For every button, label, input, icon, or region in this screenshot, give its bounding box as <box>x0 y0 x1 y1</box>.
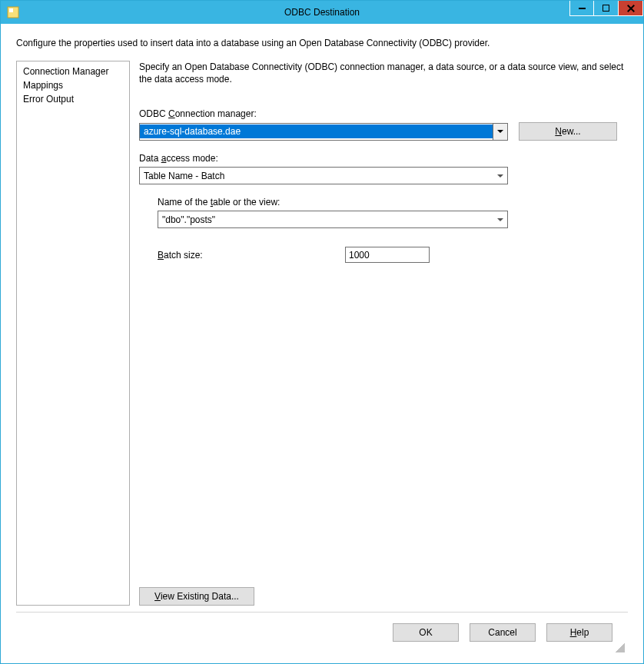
view-existing-data-row: View Existing Data... <box>139 579 628 606</box>
dialog-window: ODBC Destination Configure the propertie… <box>0 0 644 664</box>
chevron-down-icon <box>493 124 507 140</box>
connection-manager-value: azure-sql-database.dae <box>140 124 493 138</box>
cancel-button[interactable]: Cancel <box>470 623 536 642</box>
connection-manager-label: ODBC Connection manager: <box>139 108 628 119</box>
footer: OK Cancel Help <box>16 613 628 656</box>
maximize-icon <box>603 5 609 12</box>
batch-size-row: Batch size: <box>158 247 628 263</box>
titlebar: ODBC Destination <box>1 1 643 24</box>
close-icon <box>626 4 636 13</box>
batch-size-label: Batch size: <box>158 250 334 261</box>
view-existing-data-button[interactable]: View Existing Data... <box>139 587 254 606</box>
table-name-label: Name of the table or the view: <box>158 197 628 208</box>
dialog-content: Configure the properties used to insert … <box>1 24 643 663</box>
button-bar: OK Cancel Help <box>16 613 628 642</box>
window-controls <box>569 1 643 16</box>
table-section: Name of the table or the view: "dbo"."po… <box>158 197 628 263</box>
data-access-mode-label: Data access mode: <box>139 153 628 164</box>
sidebar-item-connection-manager[interactable]: Connection Manager <box>17 65 129 78</box>
data-access-mode-row: Table Name - Batch <box>139 167 628 184</box>
panel-instructions: Specify an Open Database Connectivity (O… <box>139 61 628 85</box>
maximize-button[interactable] <box>594 1 619 16</box>
new-connection-button[interactable]: New... <box>519 122 617 141</box>
help-button[interactable]: Help <box>546 623 612 642</box>
chevron-down-icon <box>493 211 507 227</box>
ok-button[interactable]: OK <box>393 623 459 642</box>
table-name-row: "dbo"."posts" <box>158 211 628 228</box>
batch-size-input[interactable] <box>345 247 430 263</box>
page-sidebar: Connection Manager Mappings Error Output <box>16 61 130 606</box>
connection-manager-combo[interactable]: azure-sql-database.dae <box>139 123 508 141</box>
table-name-value: "dbo"."posts" <box>158 213 493 227</box>
window-title: ODBC Destination <box>1 7 643 18</box>
app-icon <box>7 6 19 18</box>
table-name-combo[interactable]: "dbo"."posts" <box>158 211 508 228</box>
chevron-down-icon <box>493 168 507 184</box>
main-panel: Specify an Open Database Connectivity (O… <box>139 61 628 606</box>
data-access-mode-combo[interactable]: Table Name - Batch <box>139 167 508 184</box>
sidebar-item-mappings[interactable]: Mappings <box>17 78 129 92</box>
connection-manager-row: azure-sql-database.dae New... <box>139 122 628 141</box>
svg-rect-1 <box>9 8 13 12</box>
dialog-description: Configure the properties used to insert … <box>16 38 628 48</box>
resize-grip-icon[interactable] <box>616 643 625 652</box>
minimize-icon <box>579 8 586 9</box>
body-area: Connection Manager Mappings Error Output… <box>16 61 628 606</box>
sidebar-item-error-output[interactable]: Error Output <box>17 92 129 106</box>
minimize-button[interactable] <box>569 1 594 16</box>
close-button[interactable] <box>619 1 643 16</box>
data-access-mode-value: Table Name - Batch <box>140 169 493 183</box>
